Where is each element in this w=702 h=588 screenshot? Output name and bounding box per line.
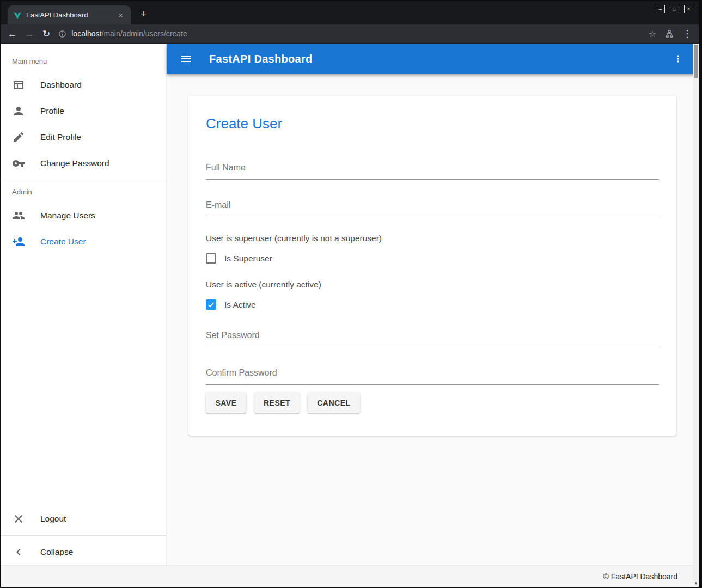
scroll-down-icon[interactable]: ▾ [693,580,699,586]
sidebar-item-manage-users[interactable]: Manage Users [1,203,166,229]
site-info-icon[interactable] [58,30,66,38]
appbar-menu-icon[interactable] [670,51,686,66]
url-host: localhost [71,29,101,38]
reset-button[interactable]: RESET [254,393,300,413]
form-actions: SAVE RESET CANCEL [206,393,659,413]
url-text[interactable]: localhost/main/admin/users/create [71,29,187,38]
person-icon [12,105,25,118]
active-hint: User is active (currently active) [206,280,659,290]
sidebar-item-label: Create User [40,237,86,247]
url-path: /main/admin/users/create [102,29,187,38]
person-add-icon [12,235,25,248]
maximize-icon[interactable]: □ [670,5,679,13]
address-bar[interactable]: localhost/main/admin/users/create [58,29,640,38]
sidebar-item-dashboard[interactable]: Dashboard [1,72,166,98]
v-logo-icon [13,11,22,20]
sidebar-item-profile[interactable]: Profile [1,98,166,124]
bookmark-star-icon[interactable]: ☆ [649,29,656,39]
scrollbar-thumb[interactable] [694,45,698,78]
window-controls: – □ × [656,5,693,13]
page-footer: © FastAPI Dashboard [1,565,693,587]
sidebar-section-label: Admin [1,183,166,203]
browser-tabstrip: FastAPI Dashboard × + – □ × [1,1,699,24]
sidebar-divider [1,535,166,536]
full-name-input[interactable] [206,158,659,180]
sidebar-divider [1,180,166,180]
chevron-left-icon [12,546,25,559]
browser-menu-icon[interactable]: ⋮ [682,28,692,40]
is-active-checkbox-row[interactable]: Is Active [206,299,659,310]
scrollbar[interactable]: ▾ [693,44,699,587]
sidebar-item-collapse[interactable]: Collapse [1,539,166,565]
tab-title: FastAPI Dashboard [26,11,112,19]
sidebar-spacer [1,255,166,506]
full-name-field [206,158,659,180]
minimize-icon[interactable]: – [656,5,665,13]
key-icon [12,157,25,170]
sidebar-item-label: Logout [40,514,66,524]
sidebar-item-create-user[interactable]: Create User [1,229,166,255]
back-icon[interactable]: ← [8,29,17,39]
content-area: Create User User is superuser (currently… [167,74,699,587]
create-user-card: Create User User is superuser (currently… [188,96,676,436]
sidebar-item-label: Manage Users [40,211,95,220]
sidebar-section-label: Main menu [1,44,166,72]
new-tab-icon[interactable]: + [136,7,151,21]
confirm-password-field [206,364,659,385]
sidebar-item-label: Collapse [40,547,73,557]
page-title: Create User [206,115,659,132]
is-active-label: Is Active [224,300,256,310]
footer-copyright: © FastAPI Dashboard [603,572,677,581]
email-input[interactable] [206,196,659,217]
is-superuser-label: Is Superuser [224,254,272,264]
forward-icon[interactable]: → [25,29,34,39]
save-button[interactable]: SAVE [206,393,246,413]
sidebar: Main menu Dashboard Profile Edit Profile [1,44,167,587]
dashboard-icon [12,78,25,91]
main-area: FastAPI Dashboard Create User User is su… [167,44,699,587]
pencil-icon [12,131,25,144]
is-active-checkbox[interactable] [206,299,216,310]
people-icon [12,209,25,222]
logout-x-icon [12,512,25,525]
reload-icon[interactable]: ↻ [42,29,50,39]
email-field [206,196,659,217]
is-superuser-checkbox[interactable] [206,253,216,264]
set-password-input[interactable] [206,326,659,347]
close-icon[interactable]: × [684,5,693,13]
browser-window: FastAPI Dashboard × + – □ × ← → ↻ localh… [0,0,702,588]
sidebar-item-edit-profile[interactable]: Edit Profile [1,124,166,150]
sidebar-item-label: Edit Profile [40,132,81,142]
set-password-field [206,326,659,347]
tab-close-icon[interactable]: × [116,10,125,20]
sidebar-item-label: Dashboard [40,80,82,90]
sidebar-item-logout[interactable]: Logout [1,506,166,532]
appbar-title: FastAPI Dashboard [209,53,313,65]
browser-tab[interactable]: FastAPI Dashboard × [8,5,131,24]
toolbar-right: ☆ ⋮ [649,28,692,40]
browser-toolbar: ← → ↻ localhost/main/admin/users/create … [1,24,699,44]
sidebar-item-change-password[interactable]: Change Password [1,150,166,176]
sidebar-item-label: Profile [40,106,64,116]
app-bar: FastAPI Dashboard [167,44,699,74]
superuser-hint: User is superuser (currently is not a su… [206,234,659,243]
is-superuser-checkbox-row[interactable]: Is Superuser [206,253,659,264]
page: Main menu Dashboard Profile Edit Profile [1,44,699,587]
cancel-button[interactable]: CANCEL [308,393,359,413]
confirm-password-input[interactable] [206,364,659,385]
extensions-icon[interactable] [665,29,674,38]
sidebar-item-label: Change Password [40,158,109,168]
hamburger-menu-icon[interactable] [180,52,193,65]
